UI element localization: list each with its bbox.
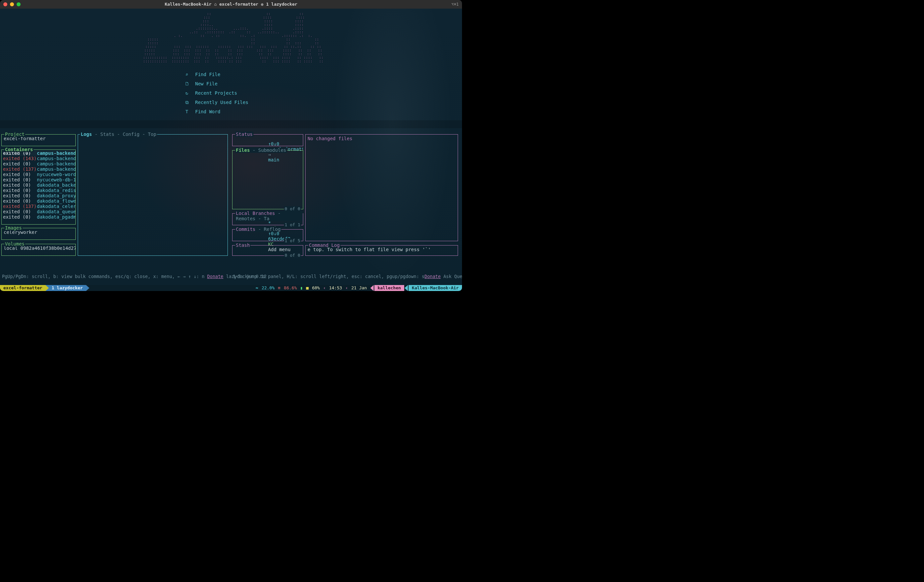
start-item-label: Recent Projects <box>195 90 237 96</box>
container-status: exited (0) <box>3 172 35 177</box>
tab-stats[interactable]: Stats <box>100 132 114 137</box>
container-row[interactable]: exited (0)dakodata_queue_1 <box>3 209 74 214</box>
tab-submodules[interactable]: Submodules <box>258 147 286 153</box>
window-titlebar: Kalles-MacBook-Air ⌂ excel-formatter ● 1… <box>0 0 462 8</box>
sep-icon <box>404 285 408 291</box>
container-status: exited (0) <box>3 214 35 220</box>
container-row[interactable]: exited (0)dakodata_pgadmin_1 <box>3 214 74 220</box>
container-row[interactable]: exited (137)campus-backend-pub <box>3 167 74 172</box>
donate-link[interactable]: Donate <box>207 274 224 279</box>
container-name: dakodata_backend_1 <box>37 182 75 188</box>
branches-footer: 1 of 1 <box>284 222 301 228</box>
start-item-label: Recently Used Files <box>195 100 248 105</box>
battery-dot-icon: ■ <box>305 285 310 291</box>
images-panel[interactable]: Images celeryworker <box>1 228 76 240</box>
container-status: exited (0) <box>3 188 35 193</box>
branches-panel[interactable]: Local Branches - Remotes - Ta * main ↑0↓… <box>232 213 303 225</box>
stash-footer: 0 of 0 <box>284 253 301 258</box>
diff-text: No changed files <box>305 134 458 142</box>
commits-title[interactable]: Commits <box>236 227 256 232</box>
container-row[interactable]: exited (137)dakodata_celerywor <box>3 203 74 209</box>
tab-logs[interactable]: Logs <box>81 132 92 137</box>
tab-tags[interactable]: Ta <box>264 216 269 221</box>
container-status: exited (0) <box>3 182 35 188</box>
diff-panel[interactable]: No changed files <box>305 134 458 241</box>
mem-icon: ≡ <box>277 285 282 291</box>
container-name: dakodata_pgadmin_1 <box>37 214 75 220</box>
container-row[interactable]: exited (0)dakodata_proxy_1 <box>3 193 74 198</box>
pane-lazydocker[interactable]: Project excel-formatter Containers exite… <box>0 128 231 279</box>
window-chip[interactable]: 1 lazydocker <box>46 285 86 291</box>
hints-text: PgUp/PgDn: scroll, b: view bulk commands… <box>2 274 207 279</box>
cmdlog-title: Command Log <box>308 243 340 248</box>
container-name: campus-backend-pub <box>37 167 75 172</box>
start-menu: ⌕Find File🗋New File↻Recent Projects⧉Rece… <box>185 70 278 116</box>
container-name: campus-backend-apo <box>37 156 75 161</box>
pane-lazygit[interactable]: Status ↑0↓0 excel-formatter → main Files… <box>231 128 462 279</box>
tab-config[interactable]: Config <box>122 132 140 137</box>
volumes-panel[interactable]: Volumes local 0982a4610f38b0e14d27e707c <box>1 244 76 256</box>
tab-reflog[interactable]: Reflog <box>264 227 280 232</box>
branches-title[interactable]: Local Branches <box>236 211 275 216</box>
battery-value: 60% <box>310 285 321 291</box>
start-item-new-file[interactable]: 🗋New File <box>185 79 278 88</box>
status-panel[interactable]: Status ↑0↓0 excel-formatter → main <box>232 134 303 146</box>
user-chip: kallechen <box>374 285 404 291</box>
find-word-icon: T <box>185 109 189 114</box>
cmdlog-panel[interactable]: Command Log e top. To switch to flat fil… <box>305 245 458 256</box>
net-value: 22.0% <box>261 285 276 291</box>
main-panel[interactable]: Logs - Stats - Config - Top <box>78 134 228 256</box>
stash-panel[interactable]: Stash 0 of 0 <box>232 245 303 256</box>
donate-link[interactable]: Donate <box>424 274 441 279</box>
container-row[interactable]: exited (0)dakodata_flower_1 <box>3 198 74 203</box>
volumes-title: Volumes <box>4 241 25 246</box>
start-item-recently-used-files[interactable]: ⧉Recently Used Files <box>185 98 278 107</box>
tab-remotes[interactable]: Remotes <box>236 216 256 221</box>
project-title: Project <box>4 132 25 137</box>
project-panel[interactable]: Project excel-formatter <box>1 134 76 146</box>
container-status: exited (0) <box>3 161 35 167</box>
net-icon: ≈ <box>254 285 260 291</box>
stash-title: Stash <box>235 243 251 248</box>
chevron-icon: ‹ <box>322 285 327 291</box>
start-item-recent-projects[interactable]: ↻Recent Projects <box>185 88 278 98</box>
container-name: dakodata_queue_1 <box>37 209 75 214</box>
time-value: 14:53 <box>328 285 343 291</box>
containers-list[interactable]: exited (0)campus-backend-pubexited (143)… <box>2 150 75 220</box>
title-session: 1 lazydocker <box>266 2 297 7</box>
container-status: exited (0) <box>3 209 35 214</box>
tab-top[interactable]: Top <box>148 132 156 137</box>
container-row[interactable]: exited (0)campus-backend-emu <box>3 161 74 167</box>
container-row[interactable]: exited (0)nycuceweb-db-1 <box>3 177 74 182</box>
new-file-icon: 🗋 <box>185 81 189 86</box>
app-version: Ask Question 0.31.4 <box>441 274 462 279</box>
pane-lunarvim[interactable]: :: :: :: ::: :::: :::: ::: :::: :::: : <box>0 8 462 128</box>
hints-text: 1-5: jump to panel, H/L: scroll left/rig… <box>233 274 424 279</box>
start-item-label: Find File <box>195 72 221 77</box>
containers-panel[interactable]: Containers exited (0)campus-backend-pube… <box>1 149 76 225</box>
container-row[interactable]: exited (143)campus-backend-apo <box>3 156 74 161</box>
container-name: nycuceweb-db-1 <box>37 177 75 182</box>
files-panel[interactable]: Files - Submodules 0 of 0 <box>232 150 303 209</box>
commits-panel[interactable]: Commits - Reflog 63ecdef2 KC Add menu 1 … <box>232 229 303 241</box>
container-name: campus-backend-pub <box>37 150 75 156</box>
date-value: 21 Jan <box>350 285 368 291</box>
session-chip[interactable]: excel-formatter <box>0 285 46 291</box>
mem-value: 86.6% <box>283 285 298 291</box>
container-row[interactable]: exited (0)dakodata_backend_1 <box>3 182 74 188</box>
files-title[interactable]: Files <box>236 147 250 153</box>
start-item-find-word[interactable]: TFind Word <box>185 107 278 116</box>
status-metrics: ≈22.0% ≡86.6% ▮ ■ 60% ‹ 14:53 ‹ 21 Jan k… <box>254 285 462 291</box>
title-host: Kalles-MacBook-Air <box>165 2 211 7</box>
start-item-find-file[interactable]: ⌕Find File <box>185 70 278 79</box>
container-name: dakodata_celerywor <box>37 203 75 209</box>
start-item-label: Find Word <box>195 109 221 114</box>
battery-icon: ▮ <box>299 285 304 291</box>
terminal-window: Kalles-MacBook-Air ⌂ excel-formatter ● 1… <box>0 0 462 291</box>
container-row[interactable]: exited (0)nycuceweb-wordpres <box>3 172 74 177</box>
container-name: dakodata_proxy_1 <box>37 193 75 198</box>
commits-footer: 1 of 5 <box>284 238 301 243</box>
hints-spacer <box>0 279 462 285</box>
container-row[interactable]: exited (0)dakodata_redis_1 <box>3 188 74 193</box>
folder-icon: ⌂ <box>214 2 217 7</box>
